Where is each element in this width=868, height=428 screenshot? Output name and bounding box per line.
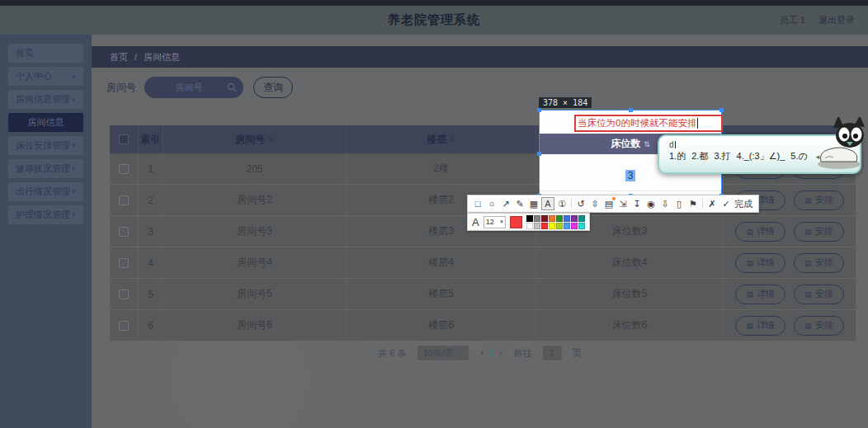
resize-handle-w[interactable] bbox=[537, 152, 541, 156]
resize-handle-n[interactable] bbox=[629, 108, 633, 112]
sidebar-item-home[interactable]: 首页 bbox=[8, 44, 83, 63]
row-actions: ▤详情▤安排 bbox=[735, 285, 843, 304]
palette-swatch[interactable] bbox=[526, 215, 533, 222]
undo-tool[interactable]: ↺ bbox=[574, 197, 587, 210]
sidebar-item-travel-mgmt[interactable]: 出行情况管理∨ bbox=[8, 182, 83, 201]
sidebar-item-health-mgmt[interactable]: 健康状况管理∨ bbox=[8, 159, 83, 178]
palette-swatch[interactable] bbox=[556, 215, 563, 222]
record-tool[interactable]: ◉ bbox=[644, 197, 658, 210]
detail-button[interactable]: ▤详情 bbox=[735, 316, 785, 336]
toolbar-separator bbox=[571, 199, 572, 209]
cell-floor: 2楼 bbox=[347, 153, 536, 184]
counter-tool[interactable]: ① bbox=[555, 197, 568, 210]
sidebar-item-room-info[interactable]: 房间信息 bbox=[8, 113, 83, 132]
annotation-textbox[interactable]: 当床位为0的时候就不能安排 bbox=[574, 115, 723, 132]
col-header-room[interactable]: 房间号⇅ bbox=[163, 125, 347, 153]
row-checkbox[interactable] bbox=[119, 258, 129, 268]
palette-swatch[interactable] bbox=[571, 215, 578, 222]
pagination: 共 6 条 10条/页 ∨ ‹ 1 › 前往 1 页 bbox=[92, 345, 868, 361]
button-label: 详情 bbox=[757, 288, 775, 300]
fullscreen-tool[interactable]: ⇲ bbox=[616, 197, 630, 210]
current-color-swatch[interactable] bbox=[510, 216, 522, 228]
arrange-button[interactable]: ▤安排 bbox=[794, 190, 844, 210]
annotation-text: 当床位为0的时候就不能安排 bbox=[578, 117, 696, 129]
confirm-button[interactable]: ✓ bbox=[719, 197, 733, 210]
cell-index: 3 bbox=[139, 216, 163, 247]
arrange-button[interactable]: ▤安排 bbox=[794, 222, 844, 242]
row-checkbox[interactable] bbox=[119, 195, 129, 205]
pin-tool[interactable]: ↧ bbox=[630, 197, 644, 210]
mosaic-tool[interactable]: ▦ bbox=[527, 197, 540, 210]
page-size-select[interactable]: 10条/页 ∨ bbox=[417, 345, 469, 361]
sort-icon[interactable]: ⇅ bbox=[449, 135, 455, 143]
sidebar-item-room-info-mgmt[interactable]: 房间信息管理∨ bbox=[8, 90, 83, 109]
palette-swatch[interactable] bbox=[564, 223, 570, 229]
search-row: 房间号 查询 bbox=[106, 77, 293, 98]
palette-swatch[interactable] bbox=[564, 215, 570, 222]
palette-swatch[interactable] bbox=[571, 223, 578, 229]
flag-tool[interactable]: ⚑ bbox=[686, 197, 700, 210]
scroll-capture-tool[interactable]: ⇳ bbox=[588, 197, 601, 210]
arrow-tool[interactable]: ↗ bbox=[499, 197, 512, 210]
current-page-button[interactable]: 1 bbox=[486, 348, 498, 358]
ime-candidate[interactable]: 4._(:3」∠)_ bbox=[737, 150, 785, 162]
sort-icon[interactable]: ⇅ bbox=[267, 135, 274, 143]
ime-candidate[interactable]: 3.打 bbox=[714, 150, 730, 162]
confirm-label[interactable]: 完成 bbox=[734, 198, 755, 210]
palette-swatch[interactable] bbox=[534, 223, 540, 229]
ocr-tool[interactable]: ▤ bbox=[602, 197, 616, 210]
col-header-floor[interactable]: 楼层⇅ bbox=[347, 125, 536, 153]
arrange-button[interactable]: ▤安排 bbox=[794, 316, 844, 336]
chevron-down-icon: ∨ bbox=[71, 212, 76, 218]
arrange-button[interactable]: ▤安排 bbox=[794, 285, 844, 304]
ime-candidate[interactable]: 5.の bbox=[790, 150, 807, 162]
sidebar-item-bed-mgmt[interactable]: 床位安排管理∨ bbox=[8, 136, 83, 155]
button-label: 安排 bbox=[815, 256, 833, 269]
row-checkbox[interactable] bbox=[119, 227, 129, 237]
palette-swatch[interactable] bbox=[556, 223, 563, 229]
pen-tool[interactable]: ✎ bbox=[513, 197, 526, 210]
breadcrumb-home[interactable]: 首页 bbox=[110, 51, 128, 63]
palette-swatch[interactable] bbox=[549, 223, 555, 229]
cancel-button[interactable]: ✗ bbox=[705, 197, 719, 210]
document-icon: ▤ bbox=[804, 228, 812, 236]
save-tool[interactable]: ⇩ bbox=[658, 197, 672, 210]
goto-page-input[interactable]: 1 bbox=[542, 345, 563, 361]
ellipse-tool[interactable]: ○ bbox=[485, 197, 498, 210]
palette-swatch[interactable] bbox=[549, 215, 555, 222]
ime-mascot-cat bbox=[817, 117, 868, 170]
device-tool[interactable]: ▯ bbox=[672, 197, 686, 210]
text-tool[interactable]: A bbox=[541, 197, 554, 210]
resize-handle-nw[interactable] bbox=[537, 108, 541, 112]
chevron-down-icon: ∨ bbox=[71, 96, 76, 102]
palette-swatch[interactable] bbox=[541, 223, 548, 229]
snip-text-style-toolbar: A 12 ▾ bbox=[467, 213, 590, 231]
ime-candidate[interactable]: 2.都 bbox=[691, 150, 708, 162]
logout-link[interactable]: 退出登录 bbox=[818, 14, 855, 26]
sidebar-item-label: 房间信息 bbox=[28, 116, 64, 129]
palette-swatch[interactable] bbox=[541, 215, 548, 222]
rect-tool[interactable]: □ bbox=[471, 197, 484, 210]
sidebar-item-nursing-mgmt[interactable]: 护理情况管理∨ bbox=[8, 205, 83, 224]
cell-floor: 楼层6 bbox=[347, 310, 536, 341]
sidebar-item-personal-center[interactable]: 个人中心∨ bbox=[8, 67, 83, 86]
ime-candidate[interactable]: 1.的 bbox=[669, 150, 686, 162]
query-button[interactable]: 查询 bbox=[253, 77, 293, 98]
palette-swatch[interactable] bbox=[578, 215, 585, 222]
resize-handle-ne[interactable] bbox=[719, 108, 724, 112]
palette-swatch[interactable] bbox=[534, 215, 540, 222]
detail-button[interactable]: ▤详情 bbox=[735, 253, 785, 273]
row-checkbox[interactable] bbox=[119, 289, 129, 299]
arrange-button[interactable]: ▤安排 bbox=[794, 253, 844, 273]
next-page-button[interactable]: › bbox=[498, 347, 504, 359]
detail-button[interactable]: ▤详情 bbox=[735, 222, 785, 242]
captured-row-divider bbox=[540, 190, 721, 191]
row-checkbox[interactable] bbox=[119, 321, 129, 331]
row-checkbox[interactable] bbox=[119, 164, 129, 174]
palette-swatch[interactable] bbox=[578, 223, 585, 229]
select-all-checkbox[interactable] bbox=[119, 134, 129, 144]
detail-button[interactable]: ▤详情 bbox=[735, 285, 785, 304]
palette-swatch[interactable] bbox=[526, 223, 533, 229]
font-size-select[interactable]: 12 ▾ bbox=[484, 216, 506, 228]
prev-page-button[interactable]: ‹ bbox=[479, 347, 486, 359]
